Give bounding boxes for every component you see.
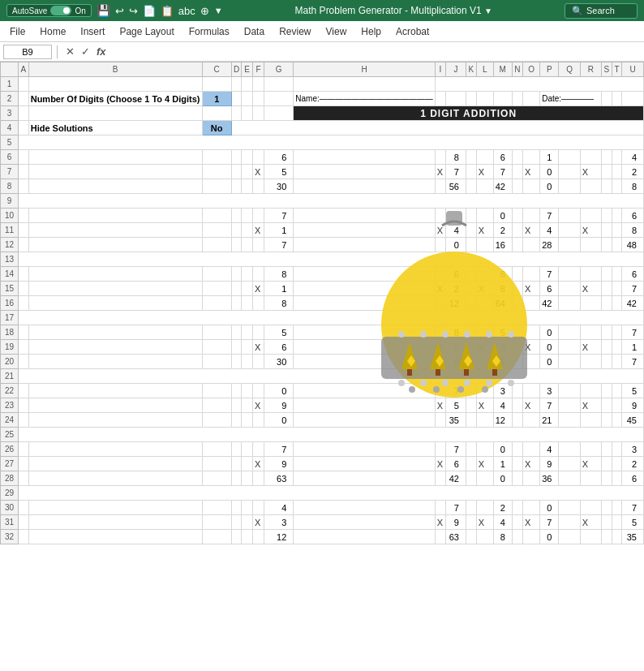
table-row: 25 (1, 428, 644, 442)
table-row: 27 X 9 X 6 X 1 X 9 X (1, 457, 644, 471)
menu-home[interactable]: Home (33, 24, 72, 40)
cell-m2[interactable] (493, 92, 512, 106)
col-header-d[interactable]: D (231, 62, 241, 77)
cell-k2[interactable] (466, 92, 476, 106)
cell-h2[interactable]: Name:—————————————— (294, 92, 435, 106)
table-row: 10 7 0 0 7 6 (1, 209, 644, 223)
cell-b3[interactable] (28, 106, 202, 121)
cell-d2[interactable] (231, 92, 241, 106)
cell-b2-label[interactable]: Number Of Digits (Choose 1 To 4 Digits) (28, 92, 202, 106)
cell-h1[interactable] (294, 77, 435, 92)
cell-l2[interactable] (476, 92, 493, 106)
redo-icon[interactable]: ↪ (129, 5, 138, 17)
form-icon[interactable]: 📄 (143, 5, 156, 17)
cell-a1[interactable] (18, 77, 28, 92)
cell-f2[interactable] (252, 92, 264, 106)
cell-o2[interactable] (523, 92, 540, 106)
col-header-s[interactable]: S (602, 62, 612, 77)
undo-icon[interactable]: ↩ (115, 5, 124, 17)
formula-input[interactable] (111, 45, 641, 59)
menu-page-layout[interactable]: Page Layout (113, 24, 180, 40)
autosave-toggle[interactable] (50, 6, 71, 15)
menu-insert[interactable]: Insert (74, 24, 111, 40)
col-header-p[interactable]: P (540, 62, 559, 77)
cell-b1[interactable] (28, 77, 202, 92)
cell-reference-input[interactable] (3, 45, 52, 59)
col-header-j[interactable]: J (445, 62, 466, 77)
cell-j2[interactable] (445, 92, 466, 106)
spell-icon[interactable]: abc (178, 5, 195, 17)
cell-f3[interactable] (252, 106, 264, 121)
col-header-u[interactable]: U (622, 62, 644, 77)
table-row: 7 X 5 X 7 X 7 X 0 X 2 (1, 165, 644, 179)
cell-t2[interactable] (612, 92, 622, 106)
col-header-q[interactable]: Q (559, 62, 580, 77)
menu-help[interactable]: Help (354, 24, 388, 40)
cell-rest-4[interactable] (231, 121, 643, 135)
menubar: File Home Insert Page Layout Formulas Da… (0, 21, 644, 42)
cell-c3[interactable] (202, 106, 231, 121)
col-header-g[interactable]: G (264, 62, 294, 77)
col-header-c[interactable]: C (202, 62, 231, 77)
menu-data[interactable]: Data (238, 24, 271, 40)
title-dropdown-icon[interactable]: ▼ (484, 6, 492, 15)
col-header-m[interactable]: M (493, 62, 512, 77)
cell-e2[interactable] (242, 92, 253, 106)
cell-g1[interactable] (264, 77, 294, 92)
confirm-formula-icon[interactable]: ✓ (81, 45, 90, 58)
menu-formulas[interactable]: Formulas (182, 24, 236, 40)
titlebar-center: Math Problem Generator - Multiplication … (223, 5, 565, 16)
cell-e3[interactable] (242, 106, 253, 121)
cell-c4-value[interactable]: No (202, 121, 231, 135)
save-icon[interactable]: 💾 (97, 4, 110, 17)
col-header-a[interactable]: A (18, 62, 28, 77)
cell-b4-label[interactable]: Hide Solutions (28, 121, 202, 135)
cell-i2[interactable] (435, 92, 445, 106)
cell-a2[interactable] (18, 92, 28, 106)
autosave-state: On (75, 6, 85, 15)
table-row: 31 X 3 X 9 X 4 X 7 X (1, 515, 644, 530)
col-header-l[interactable]: L (476, 62, 493, 77)
cell-s2[interactable] (602, 92, 612, 106)
cell-p2[interactable]: Date:———— (540, 92, 602, 106)
cell-n2[interactable] (512, 92, 522, 106)
col-header-f[interactable]: F (252, 62, 264, 77)
table-row: 15 X 1 X 2 X 8 X 6 X (1, 282, 644, 296)
cell-a4[interactable] (18, 121, 28, 135)
cell-g3[interactable] (264, 106, 294, 121)
menu-acrobat[interactable]: Acrobat (389, 24, 436, 40)
col-header-h[interactable]: H (294, 62, 435, 77)
cell-e1[interactable] (242, 77, 253, 92)
autosave-badge[interactable]: AutoSave On (6, 4, 92, 17)
cell-a3[interactable] (18, 106, 28, 121)
col-header-b[interactable]: B (28, 62, 202, 77)
menu-view[interactable]: View (320, 24, 354, 40)
col-header-o[interactable]: O (523, 62, 540, 77)
row-num-1: 1 (1, 77, 19, 92)
customize-icon[interactable]: ▼ (214, 6, 223, 15)
table-row: 23 X 9 X 5 X 4 X 7 X (1, 398, 644, 413)
menu-review[interactable]: Review (273, 24, 317, 40)
cell-c1[interactable] (202, 77, 231, 92)
col-header-t[interactable]: T (612, 62, 622, 77)
table-row: 14 8 6 8 7 6 (1, 267, 644, 282)
cancel-formula-icon[interactable]: ✕ (66, 45, 75, 58)
cell-f1[interactable] (252, 77, 264, 92)
cell-u2[interactable] (622, 92, 644, 106)
more-icon[interactable]: ⊕ (200, 5, 209, 17)
menu-file[interactable]: File (3, 24, 32, 40)
col-header-n[interactable]: N (512, 62, 522, 77)
cell-g2[interactable] (264, 92, 294, 106)
cell-d3[interactable] (231, 106, 241, 121)
col-header-e[interactable]: E (242, 62, 253, 77)
cell-rest-5[interactable] (18, 135, 643, 150)
cell-c2-value[interactable]: 1 (202, 92, 231, 106)
col-header-i[interactable]: I (435, 62, 445, 77)
cell-d1[interactable] (231, 77, 241, 92)
file-icon[interactable]: 📋 (161, 5, 174, 17)
search-box[interactable]: 🔍 Search (565, 3, 638, 19)
col-header-r[interactable]: R (580, 62, 601, 77)
col-header-k[interactable]: K (466, 62, 476, 77)
insert-function-icon[interactable]: fx (97, 45, 106, 58)
cell-rest-1[interactable] (435, 77, 643, 92)
